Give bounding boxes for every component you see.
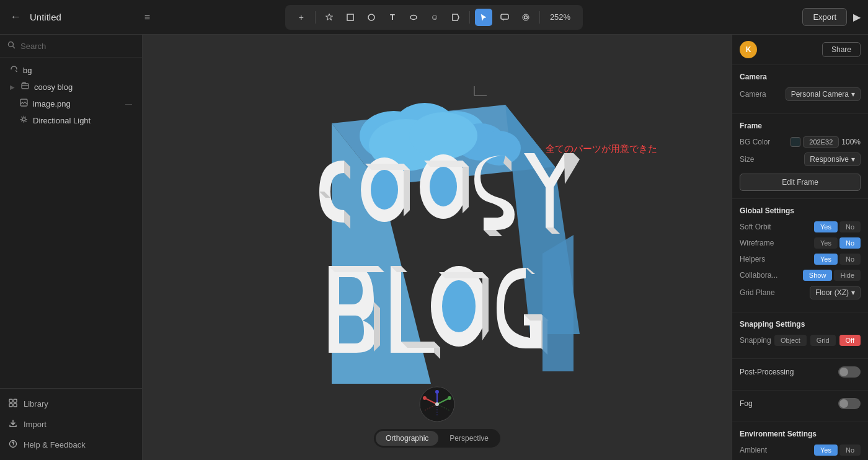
ambient-row: Ambient Yes No	[740, 445, 861, 456]
layer-icon-bg	[10, 65, 18, 75]
snapping-row: Snapping Object Grid Off	[740, 335, 861, 346]
canvas-area[interactable]: 全てのパーツが用意できた	[143, 35, 732, 460]
collabora-hide[interactable]: Hide	[834, 270, 861, 281]
ambient-yes[interactable]: Yes	[814, 445, 838, 456]
fog-toggle[interactable]	[838, 398, 861, 409]
layer-item-light[interactable]: Directional Light	[2, 112, 140, 128]
svg-marker-53	[542, 235, 574, 371]
menu-button[interactable]: ≡	[144, 12, 150, 23]
svg-rect-0	[347, 14, 353, 20]
emoji-tool-button[interactable]: ☺	[426, 9, 443, 26]
camera-section: Camera Camera Personal Camera ▾	[732, 65, 868, 114]
top-bar-right: Export ▶	[718, 8, 861, 26]
svg-rect-12	[14, 399, 17, 402]
post-processing-section: Post-Processing	[732, 359, 868, 391]
layer-label-coosy: coosy blog	[34, 82, 73, 92]
bg-hex-input[interactable]	[803, 136, 839, 148]
collabora-show[interactable]: Show	[803, 270, 833, 281]
wireframe-row: Wireframe Yes No	[740, 237, 861, 249]
post-processing-title: Post-Processing	[740, 368, 794, 376]
svg-point-5	[524, 15, 527, 19]
help-icon	[9, 440, 17, 450]
soft-orbit-row: Soft Orbit Yes No	[740, 221, 861, 232]
soft-orbit-no[interactable]: No	[839, 221, 861, 232]
toolbar-separator-2	[469, 11, 470, 24]
size-select[interactable]: Responsive ▾	[804, 153, 861, 166]
layer-item-image[interactable]: image.png —	[2, 95, 140, 112]
search-input[interactable]	[20, 42, 135, 51]
grid-plane-row: Grid Plane Floor (XZ) ▾	[740, 286, 861, 299]
add-tool-button[interactable]: +	[293, 9, 310, 26]
rect-tool-button[interactable]	[342, 9, 359, 26]
snapping-grid[interactable]: Grid	[810, 335, 836, 346]
post-processing-row: Post-Processing	[740, 366, 861, 378]
ambient-label: Ambient	[740, 446, 767, 454]
toolbar-separator	[315, 11, 316, 24]
grid-plane-label: Grid Plane	[740, 288, 775, 297]
layer-item-bg[interactable]: bg	[2, 62, 140, 78]
svg-rect-14	[14, 404, 17, 407]
global-settings-section: Global Settings Soft Orbit Yes No Wirefr…	[732, 199, 868, 312]
snapping-off[interactable]: Off	[839, 335, 861, 346]
document-title: Untitled	[30, 12, 61, 22]
helpers-yes[interactable]: Yes	[814, 254, 838, 265]
left-sidebar: bg ▶ coosy blog	[0, 35, 143, 460]
svg-point-10	[22, 118, 25, 121]
3d-scene-svg	[257, 86, 617, 409]
edit-frame-button[interactable]: Edit Frame	[740, 174, 861, 191]
view-tabs: Orthographic Perspective	[374, 429, 500, 448]
snapping-controls: Object Grid Off	[774, 335, 861, 346]
ambient-no[interactable]: No	[839, 445, 861, 456]
helpers-no[interactable]: No	[839, 254, 861, 265]
camera-value: Personal Camera	[791, 90, 849, 99]
layer-item-coosy-blog[interactable]: ▶ coosy blog	[2, 79, 140, 95]
help-item[interactable]: Help & Feedback	[0, 435, 142, 455]
orbit-gizmo	[418, 386, 456, 423]
ambient-toggle: Yes No	[814, 445, 861, 456]
library-item[interactable]: Library	[0, 394, 142, 414]
size-row: Size Responsive ▾	[740, 153, 861, 166]
export-button[interactable]: Export	[802, 8, 847, 26]
soft-orbit-toggle: Yes No	[814, 221, 861, 232]
camera-select[interactable]: Personal Camera ▾	[786, 87, 861, 101]
wireframe-yes[interactable]: Yes	[814, 237, 838, 249]
post-processing-toggle[interactable]	[838, 366, 861, 378]
layer-icon-light	[20, 115, 28, 125]
svg-marker-3	[453, 14, 459, 20]
circle-tool-button[interactable]	[363, 9, 380, 26]
share-button[interactable]: Share	[822, 42, 861, 57]
svg-point-52	[442, 280, 476, 332]
soft-orbit-label: Soft Orbit	[740, 223, 771, 231]
import-item[interactable]: Import	[0, 414, 142, 435]
text-tool-button[interactable]: T	[384, 9, 401, 26]
settings-tool-button[interactable]	[517, 9, 534, 26]
global-title: Global Settings	[740, 206, 861, 215]
grid-plane-select[interactable]: Floor (XZ) ▾	[810, 286, 861, 299]
environment-title: Environment Settings	[740, 430, 861, 438]
camera-row: Camera Personal Camera ▾	[740, 87, 861, 101]
import-icon	[9, 419, 17, 430]
wireframe-no[interactable]: No	[839, 237, 861, 249]
chat-tool-button[interactable]	[496, 9, 513, 26]
wireframe-toggle: Yes No	[814, 237, 861, 249]
top-bar-left: ← Untitled ≡	[7, 8, 150, 26]
star-tool-button[interactable]	[321, 9, 338, 26]
top-bar: ← Untitled ≡ + T ☺	[0, 0, 868, 35]
helpers-toggle: Yes No	[814, 254, 861, 265]
soft-orbit-yes[interactable]: Yes	[814, 221, 838, 232]
orthographic-tab[interactable]: Orthographic	[376, 431, 438, 446]
snapping-object[interactable]: Object	[774, 335, 807, 346]
layer-list: bg ▶ coosy blog	[0, 58, 142, 388]
svg-point-46	[409, 112, 477, 159]
blob-tool-button[interactable]	[405, 9, 422, 26]
camera-label: Camera	[740, 90, 766, 99]
back-button[interactable]: ←	[7, 8, 24, 26]
frame-section: Frame BG Color 100% Size Responsive ▾ Ed…	[732, 114, 868, 199]
bg-color-swatch[interactable]	[790, 137, 800, 147]
play-button[interactable]: ▶	[853, 11, 861, 23]
import-label: Import	[24, 420, 46, 429]
pointer-tool-button[interactable]	[475, 9, 492, 26]
collabora-label: Collabora...	[740, 271, 777, 280]
perspective-tab[interactable]: Perspective	[440, 431, 498, 446]
tag-tool-button[interactable]	[447, 9, 464, 26]
